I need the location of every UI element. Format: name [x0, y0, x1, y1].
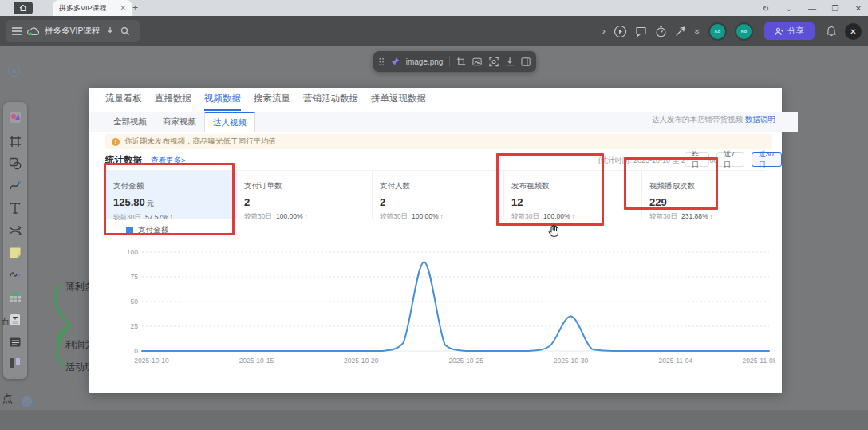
- browser-tab-title: 拼多多VIP课程: [59, 3, 115, 14]
- new-tab-button[interactable]: +: [132, 2, 138, 14]
- pin-icon[interactable]: [391, 57, 400, 66]
- hand-cursor: [547, 223, 560, 238]
- annotation-rect-video-plays: [624, 157, 718, 210]
- preview-icon[interactable]: [489, 57, 499, 67]
- chevron-down-icon[interactable]: ⌄: [784, 4, 794, 13]
- cloud-sync-icon: [27, 27, 39, 36]
- window-close-icon[interactable]: ✕: [854, 4, 863, 13]
- svg-text:2025-10-20: 2025-10-20: [344, 357, 379, 365]
- doc-title[interactable]: 拼多多VIP课程: [45, 26, 100, 37]
- text-tool-icon[interactable]: [9, 202, 22, 215]
- exit-button[interactable]: ✕: [845, 23, 862, 40]
- svg-text:75: 75: [131, 273, 139, 281]
- minimize-icon[interactable]: —: [807, 4, 817, 13]
- payment-trend-chart[interactable]: 02550751002025-10-102025-10-152025-10-20…: [118, 244, 775, 369]
- svg-text:2025-10-10: 2025-10-10: [134, 357, 169, 365]
- warning-icon: !: [112, 138, 120, 146]
- app-toolbar-right: › » K8 K8 分享 ✕: [602, 16, 862, 46]
- stat-card-pay-orders[interactable]: 支付订单数 2 较前30日100.00%↑: [237, 171, 373, 219]
- download-image-icon[interactable]: [505, 57, 515, 67]
- present-play-icon[interactable]: [614, 25, 627, 38]
- subtab-merchant-videos[interactable]: 商家视频: [155, 112, 204, 132]
- toolbar-divider: [449, 56, 450, 67]
- restore-icon[interactable]: ❐: [831, 4, 840, 13]
- open-panel-icon[interactable]: [521, 57, 531, 67]
- side-note-text: 达人发布的本店铺带货视频: [652, 115, 743, 124]
- card-value: 2: [244, 196, 250, 208]
- image-filename: image.png: [406, 57, 444, 66]
- data-explain-link[interactable]: 数据说明: [745, 115, 775, 124]
- card-label: 支付人数: [380, 181, 410, 191]
- image-toolbar: image.png: [373, 51, 536, 72]
- svg-text:2025-10-15: 2025-10-15: [239, 357, 274, 365]
- subtab-all-videos[interactable]: 全部视频: [105, 112, 155, 132]
- expand-right-icon[interactable]: ›: [602, 26, 606, 36]
- collaborator-avatar[interactable]: K8: [735, 22, 753, 41]
- download-icon[interactable]: [105, 26, 115, 36]
- connector-tool-icon[interactable]: [9, 224, 22, 237]
- share-button[interactable]: 分享: [764, 22, 815, 40]
- tab-marketing-data[interactable]: 营销活动数据: [303, 93, 358, 111]
- template-tool-icon[interactable]: [9, 111, 22, 124]
- frame-tool-icon[interactable]: [9, 135, 22, 148]
- tab-video-data[interactable]: 视频数据: [204, 93, 241, 111]
- tab-search-traffic[interactable]: 搜索流量: [254, 93, 290, 111]
- svg-text:2025-10-25: 2025-10-25: [448, 357, 483, 365]
- window-controls: ↻ ⌄ — ❐ ✕: [761, 0, 863, 16]
- canvas-bottom-shade: [0, 410, 868, 430]
- svg-text:25: 25: [131, 322, 139, 330]
- search-icon[interactable]: [120, 26, 130, 36]
- svg-text:2025-11-04: 2025-11-04: [658, 357, 692, 365]
- curve-tool-icon[interactable]: [9, 179, 22, 192]
- menu-icon[interactable]: [12, 27, 22, 35]
- collaborator-cursor-badge: 27: [21, 396, 33, 408]
- refresh-icon[interactable]: ↻: [761, 4, 771, 13]
- dashboard-tabs: 流量看板 直播数据 视频数据 搜索流量 营销活动数据 拼单返现数据: [105, 93, 426, 111]
- tab-live-data[interactable]: 直播数据: [155, 93, 191, 111]
- whiteboard-app: 拼多多VIP课程 ✕ + ↻ ⌄ — ❐ ✕ 拼多多VIP课程 › » K8: [0, 0, 868, 430]
- up-arrow-icon: ↑: [305, 212, 308, 220]
- svg-text:50: 50: [131, 298, 139, 306]
- side-note: 达人发布的本店铺带货视频数据说明: [652, 115, 775, 125]
- stat-card-pay-users[interactable]: 支付人数 2 较前30日100.00%↑: [373, 171, 504, 219]
- tab-groupbuy-data[interactable]: 拼单返现数据: [371, 93, 426, 111]
- browser-tab[interactable]: 拼多多VIP课程 ✕: [53, 0, 132, 16]
- tab-traffic-board[interactable]: 流量看板: [105, 93, 142, 111]
- warning-banner: ! 你近期未发布视频，商品曝光低于同行平均值: [105, 134, 772, 149]
- shapes-tool-icon[interactable]: [9, 157, 22, 170]
- laser-pointer-icon[interactable]: [675, 26, 687, 37]
- collab-cursor-icon: ◉: [8, 65, 20, 77]
- clipped-node-text: 而: [1, 316, 10, 328]
- collapse-toolbar-icon[interactable]: »: [692, 28, 704, 34]
- share-label: 分享: [787, 26, 804, 37]
- svg-text:0: 0: [134, 347, 138, 355]
- tab-close-icon[interactable]: ✕: [120, 4, 126, 12]
- svg-text:2025-10-30: 2025-10-30: [554, 357, 589, 365]
- up-arrow-icon: ↑: [440, 212, 444, 220]
- svg-text:100: 100: [127, 248, 138, 256]
- replace-image-icon[interactable]: [472, 57, 482, 67]
- canvas-text-fragment[interactable]: 点: [2, 392, 13, 406]
- browser-home-button[interactable]: [14, 2, 33, 14]
- annotation-rect-pay-amount: [104, 163, 235, 235]
- svg-text:2025-11-08: 2025-11-08: [743, 357, 775, 365]
- home-icon: [19, 4, 27, 12]
- timer-icon[interactable]: [655, 26, 667, 37]
- collaborator-avatar[interactable]: K8: [708, 22, 727, 41]
- analytics-panel-image[interactable]: 流量看板 直播数据 视频数据 搜索流量 营销活动数据 拼单返现数据 全部视频 商…: [89, 88, 782, 393]
- crop-icon[interactable]: [456, 57, 466, 67]
- up-arrow-icon: ↑: [710, 212, 713, 220]
- range-30d-button[interactable]: 近30日: [752, 152, 782, 167]
- notification-bell-icon[interactable]: [826, 26, 837, 37]
- comment-icon[interactable]: [635, 26, 647, 37]
- annotation-rect-videos-published: [496, 153, 604, 226]
- range-7d-button[interactable]: 近7日: [716, 152, 744, 167]
- drag-handle-icon[interactable]: [379, 57, 385, 66]
- card-value: 2: [380, 196, 385, 208]
- app-toolbar: 拼多多VIP课程 › » K8 K8 分享 ✕: [0, 16, 868, 46]
- card-label: 支付订单数: [244, 181, 282, 191]
- browser-tab-strip: 拼多多VIP课程 ✕ + ↻ ⌄ — ❐ ✕: [0, 0, 868, 16]
- sticky-note-tool-icon[interactable]: [9, 247, 22, 259]
- doc-title-pill: 拼多多VIP课程: [6, 20, 140, 42]
- subtab-influencer-videos[interactable]: 达人视频: [204, 112, 255, 132]
